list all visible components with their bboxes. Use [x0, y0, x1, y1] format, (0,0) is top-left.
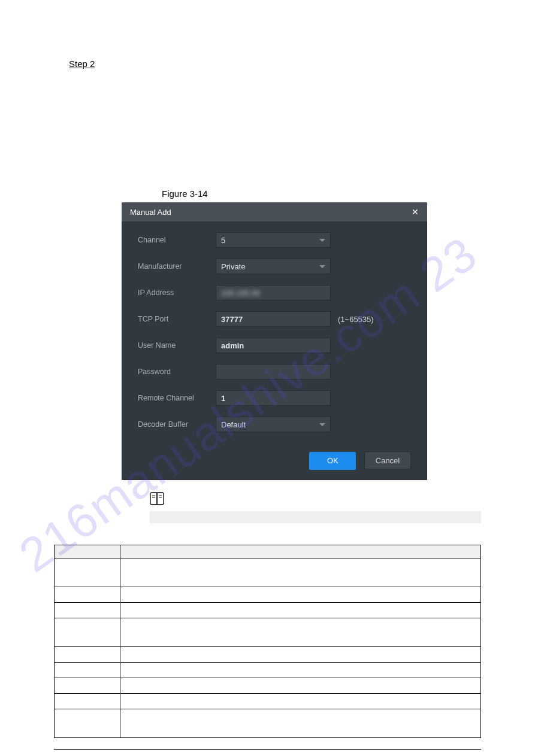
step-heading: Step 2	[69, 59, 481, 69]
select-decoder-buffer[interactable]: Default	[216, 417, 331, 432]
hint-tcp-port: (1~65535)	[338, 315, 374, 324]
cell-parameter	[55, 678, 120, 694]
label-manufacturer: Manufacturer	[138, 262, 216, 271]
select-channel[interactable]: 5	[216, 232, 331, 248]
input-remote-channel-value: 1	[221, 394, 225, 403]
cancel-button[interactable]: Cancel	[364, 451, 411, 469]
header-description	[120, 545, 481, 558]
figure-caption: Figure 3-14	[162, 189, 481, 199]
select-decoder-buffer-value: Default	[221, 420, 246, 429]
header-parameter	[55, 545, 120, 558]
cell-parameter	[55, 587, 120, 603]
input-tcp-port-value: 37777	[221, 315, 243, 324]
cell-description	[120, 694, 481, 709]
cell-parameter	[55, 618, 120, 647]
cell-description	[120, 709, 481, 738]
document-page: 216manualshive.com 23 Step 2 Figure 3-14…	[0, 0, 535, 756]
table-row	[55, 663, 481, 678]
table-row	[55, 587, 481, 603]
input-user-name-value: admin	[221, 341, 244, 350]
table-row	[55, 558, 481, 587]
cell-description	[120, 558, 481, 587]
table-row	[55, 678, 481, 694]
input-remote-channel[interactable]: 1	[216, 390, 331, 406]
table-row	[55, 603, 481, 618]
label-tcp-port: TCP Port	[138, 315, 216, 323]
label-password: Password	[138, 368, 216, 376]
row-channel: Channel 5	[138, 232, 411, 248]
cell-description	[120, 663, 481, 678]
parameters-table	[54, 545, 481, 738]
row-manufacturer: Manufacturer Private	[138, 259, 411, 274]
cell-description	[120, 647, 481, 663]
ok-button[interactable]: OK	[309, 452, 356, 470]
cell-description	[120, 618, 481, 647]
row-tcp-port: TCP Port 37777 (1~65535)	[138, 311, 411, 327]
table-row	[55, 618, 481, 647]
input-ip-address-value: 100.100.00	[221, 289, 260, 297]
input-ip-address[interactable]: 100.100.00	[216, 285, 331, 300]
cell-parameter	[55, 647, 120, 663]
footer-rule	[54, 749, 481, 750]
label-decoder-buffer: Decoder Buffer	[138, 420, 216, 429]
cell-description	[120, 603, 481, 618]
select-manufacturer[interactable]: Private	[216, 259, 331, 274]
row-remote-channel: Remote Channel 1	[138, 390, 411, 406]
table-row	[55, 647, 481, 663]
cell-description	[120, 587, 481, 603]
table-header-row	[55, 545, 481, 558]
input-user-name[interactable]: admin	[216, 338, 331, 353]
label-ip-address: IP Address	[138, 289, 216, 297]
row-password: Password	[138, 364, 411, 379]
row-decoder-buffer: Decoder Buffer Default	[138, 417, 411, 432]
row-ip-address: IP Address 100.100.00	[138, 285, 411, 300]
cell-description	[120, 678, 481, 694]
close-icon[interactable]: ✕	[412, 207, 419, 217]
cell-parameter	[55, 709, 120, 738]
table-row	[55, 709, 481, 738]
label-remote-channel: Remote Channel	[138, 394, 216, 402]
select-channel-value: 5	[221, 236, 225, 245]
note-book-icon	[150, 492, 164, 505]
input-password[interactable]	[216, 364, 331, 379]
select-manufacturer-value: Private	[221, 262, 245, 271]
label-user-name: User Name	[138, 341, 216, 350]
dialog-body: Channel 5 Manufacturer Private IP Addres…	[122, 221, 427, 445]
manual-add-dialog: Manual Add ✕ Channel 5 Manufacturer Priv…	[122, 202, 427, 480]
dialog-titlebar: Manual Add ✕	[122, 202, 427, 221]
dialog-footer: OK Cancel	[122, 445, 427, 480]
cell-parameter	[55, 558, 120, 587]
note-banner	[150, 511, 481, 523]
input-tcp-port[interactable]: 37777	[216, 311, 331, 327]
cell-parameter	[55, 694, 120, 709]
dialog-title: Manual Add	[130, 208, 171, 217]
label-channel: Channel	[138, 236, 216, 244]
row-user-name: User Name admin	[138, 338, 411, 353]
cell-parameter	[55, 603, 120, 618]
cell-parameter	[55, 663, 120, 678]
table-row	[55, 694, 481, 709]
